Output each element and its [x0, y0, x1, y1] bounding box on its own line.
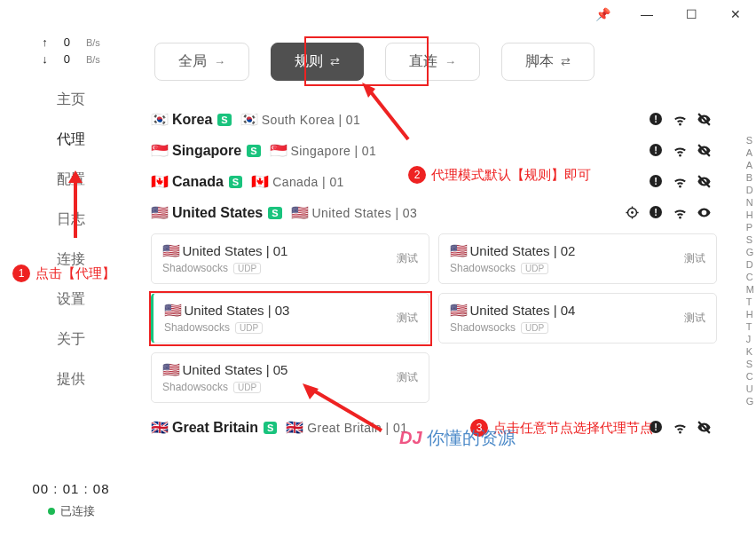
flag-icon: 🇺🇸 — [151, 204, 167, 221]
alpha-index-rail[interactable]: SAABDNHPSGDCMTHTJKSCUG — [746, 135, 754, 407]
test-button[interactable]: 测试 — [397, 251, 418, 266]
proxy-node[interactable]: 🇺🇸 United States | 05ShadowsocksUDP测试 — [151, 352, 429, 403]
callout-2: 2 代理模式默认【规则】即可 — [408, 166, 591, 184]
alpha-index-letter[interactable]: K — [746, 346, 754, 357]
mode-rule-button[interactable]: 规则⇄ — [271, 43, 364, 81]
alpha-index-letter[interactable]: S — [746, 359, 754, 369]
alpha-index-letter[interactable]: C — [746, 371, 754, 382]
alpha-index-letter[interactable]: N — [746, 197, 754, 208]
node-protocol: Shadowsocks — [450, 262, 516, 274]
wifi-icon[interactable] — [673, 174, 688, 189]
arrow-right-icon: → — [445, 55, 456, 68]
udp-tag: UDP — [235, 322, 263, 334]
flag-icon: 🇸🇬 — [151, 142, 167, 159]
callout-badge: 2 — [408, 166, 426, 184]
eye-off-icon[interactable] — [697, 420, 712, 435]
flag-icon: 🇺🇸 — [162, 242, 178, 259]
group-name: Korea — [172, 112, 212, 128]
group-selected: Great Britain | 01 — [307, 421, 407, 435]
close-button[interactable]: ✕ — [722, 7, 749, 21]
alpha-index-letter[interactable]: B — [746, 172, 754, 183]
sidebar-nav: 主页 代理 配置 日志 连接 设置 关于 提供 — [0, 80, 142, 399]
mode-global-button[interactable]: 全局→ — [154, 43, 249, 81]
test-button[interactable]: 测试 — [684, 311, 705, 326]
shuffle-icon: ⇄ — [561, 55, 571, 68]
udp-tag: UDP — [521, 322, 548, 334]
proxy-group-row[interactable]: 🇺🇸United States S 🇺🇸United States | 03! — [142, 197, 717, 228]
node-name: United States | 05 — [182, 362, 287, 377]
status-dot-icon — [48, 508, 55, 515]
eye-icon[interactable] — [697, 205, 712, 220]
node-protocol: Shadowsocks — [162, 262, 228, 274]
flag-icon: 🇺🇸 — [450, 242, 466, 259]
sidebar-item-log[interactable]: 日志 — [0, 200, 142, 240]
alpha-index-letter[interactable]: D — [746, 259, 754, 270]
proxy-node[interactable]: 🇺🇸 United States | 04ShadowsocksUDP测试 — [438, 293, 717, 344]
wifi-icon[interactable] — [673, 112, 688, 127]
alpha-index-letter[interactable]: C — [746, 272, 754, 282]
flag-icon: 🇰🇷 — [151, 111, 167, 128]
pin-button[interactable]: 📌 — [589, 7, 616, 21]
alpha-index-letter[interactable]: D — [746, 185, 754, 195]
flag-icon: 🇰🇷 — [240, 111, 256, 128]
locate-icon[interactable] — [625, 205, 640, 220]
alpha-index-letter[interactable]: T — [746, 296, 754, 307]
svg-text:!: ! — [654, 176, 658, 186]
download-speed: ↓0B/s — [0, 51, 142, 67]
alpha-index-letter[interactable]: H — [746, 309, 754, 320]
proxy-group-row[interactable]: 🇸🇬Singapore S 🇸🇬Singapore | 01! — [142, 135, 717, 166]
alpha-index-letter[interactable]: G — [746, 247, 754, 257]
sidebar-item-providers[interactable]: 提供 — [0, 359, 142, 399]
alpha-index-letter[interactable]: J — [746, 334, 754, 344]
sidebar-item-about[interactable]: 关于 — [0, 320, 142, 359]
alpha-index-letter[interactable]: S — [746, 135, 754, 146]
eye-off-icon[interactable] — [697, 174, 712, 189]
arrow-right-icon: → — [214, 55, 225, 68]
test-button[interactable]: 测试 — [684, 251, 705, 266]
minimize-button[interactable]: — — [634, 7, 660, 21]
eye-off-icon[interactable] — [697, 112, 712, 127]
proxy-group-row[interactable]: 🇰🇷Korea S 🇰🇷South Korea | 01! — [142, 104, 717, 135]
connection-status: 已连接 — [0, 503, 142, 519]
node-name: United States | 03 — [184, 303, 289, 318]
alpha-index-letter[interactable]: A — [746, 147, 754, 158]
proxy-node[interactable]: 🇺🇸 United States | 01ShadowsocksUDP测试 — [151, 233, 429, 284]
group-name: United States — [172, 205, 263, 221]
mode-toolbar: 全局→ 规则⇄ 直连→ 脚本⇄ — [142, 37, 742, 104]
alert-icon: ! — [649, 112, 664, 127]
wifi-icon[interactable] — [673, 205, 688, 220]
maximize-button[interactable]: ☐ — [678, 7, 705, 21]
alpha-index-letter[interactable]: S — [746, 234, 754, 245]
alert-icon: ! — [649, 205, 664, 220]
selector-tag: S — [247, 145, 260, 157]
alpha-index-letter[interactable]: H — [746, 209, 754, 220]
group-name: Great Britain — [172, 420, 258, 436]
proxy-node[interactable]: 🇺🇸 United States | 03ShadowsocksUDP测试 — [151, 293, 429, 344]
alpha-index-letter[interactable]: U — [746, 383, 754, 394]
udp-tag: UDP — [233, 263, 261, 274]
mode-direct-button[interactable]: 直连→ — [385, 43, 480, 81]
sidebar-item-home[interactable]: 主页 — [0, 80, 142, 120]
proxy-node[interactable]: 🇺🇸 United States | 02ShadowsocksUDP测试 — [438, 233, 717, 284]
sidebar-item-config[interactable]: 配置 — [0, 160, 142, 200]
mode-script-button[interactable]: 脚本⇄ — [501, 43, 595, 81]
test-button[interactable]: 测试 — [397, 311, 418, 326]
wifi-icon[interactable] — [673, 143, 688, 158]
node-protocol: Shadowsocks — [164, 321, 230, 334]
node-grid: 🇺🇸 United States | 05ShadowsocksUDP测试 — [151, 352, 717, 403]
flag-icon: 🇺🇸 — [291, 204, 307, 221]
flag-icon: 🇬🇧 — [151, 419, 167, 436]
flag-icon: 🇸🇬 — [270, 142, 286, 159]
wifi-icon[interactable] — [673, 420, 688, 435]
sidebar-item-proxy[interactable]: 代理 — [0, 120, 142, 160]
alpha-index-letter[interactable]: G — [746, 396, 754, 407]
alpha-index-letter[interactable]: A — [746, 160, 754, 170]
eye-off-icon[interactable] — [697, 143, 712, 158]
alpha-index-letter[interactable]: M — [746, 284, 754, 295]
sidebar-item-settings[interactable]: 设置 — [0, 280, 142, 320]
test-button[interactable]: 测试 — [397, 370, 418, 385]
node-name: United States | 01 — [182, 243, 287, 258]
alpha-index-letter[interactable]: T — [746, 321, 754, 332]
alert-icon: ! — [649, 174, 664, 189]
alpha-index-letter[interactable]: P — [746, 222, 754, 233]
